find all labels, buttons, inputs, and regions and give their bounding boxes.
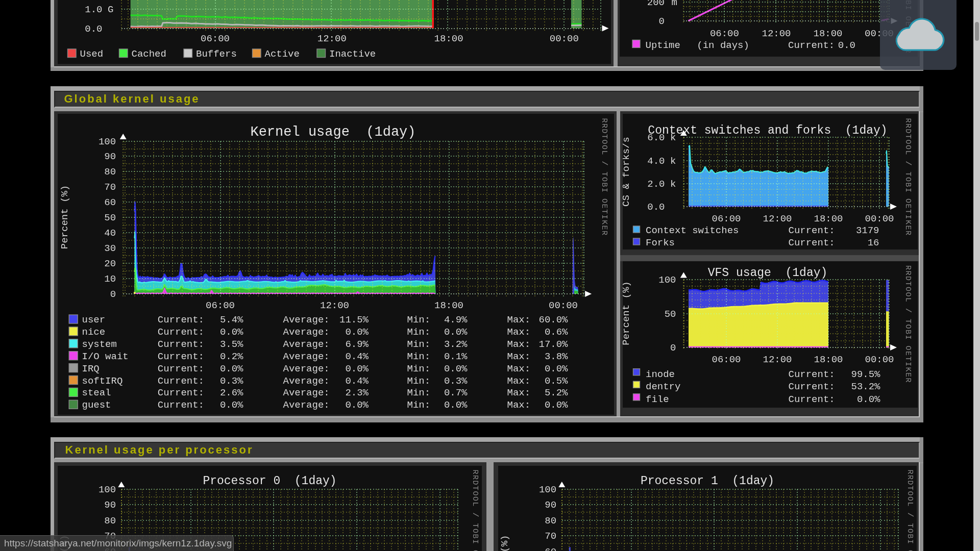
svg-text:2.0: 2.0 <box>647 178 665 189</box>
svg-text:Min:: Min: <box>407 338 430 349</box>
svg-text:Current:: Current: <box>157 338 204 349</box>
svg-text:100: 100 <box>658 274 676 286</box>
svg-text:0.0%: 0.0% <box>219 326 243 337</box>
svg-text:softIRQ: softIRQ <box>82 375 122 386</box>
svg-text:RRDTOOL / TOBI OETIKER: RRDTOOL / TOBI OETIKER <box>471 469 479 551</box>
svg-text:Used: Used <box>80 48 103 60</box>
svg-text:0.1%: 0.1% <box>444 350 467 362</box>
svg-text:IRQ: IRQ <box>82 363 99 374</box>
svg-text:Min:: Min: <box>407 314 430 325</box>
svg-text:Max:: Max: <box>507 326 530 337</box>
svg-text:70: 70 <box>545 531 556 542</box>
svg-text:0: 0 <box>110 289 115 300</box>
svg-text:50: 50 <box>104 212 116 223</box>
svg-text:Uptime: Uptime <box>646 40 680 51</box>
svg-text:80: 80 <box>104 515 116 526</box>
svg-text:90: 90 <box>104 151 116 162</box>
svg-text:Average:: Average: <box>283 350 329 362</box>
svg-text:99.5%: 99.5% <box>851 369 880 380</box>
svg-text:Current:: Current: <box>157 326 204 337</box>
svg-text:guest: guest <box>82 399 111 411</box>
svg-text:12:00: 12:00 <box>317 33 346 44</box>
svg-text:0.2%: 0.2% <box>219 350 243 362</box>
svg-text:06:00: 06:00 <box>710 28 739 39</box>
svg-text:0.0: 0.0 <box>838 40 855 51</box>
svg-text:0.0%: 0.0% <box>444 399 467 411</box>
svg-text:Cached: Cached <box>131 48 166 60</box>
svg-text:dentry: dentry <box>646 381 680 392</box>
svg-text:0: 0 <box>670 342 676 354</box>
svg-text:90: 90 <box>104 499 116 511</box>
svg-text:06:00: 06:00 <box>712 354 741 365</box>
svg-text:Context switches: Context switches <box>646 224 739 236</box>
svg-text:Current:: Current: <box>157 350 204 362</box>
svg-text:Kernel usage (1day): Kernel usage (1day) <box>250 124 415 139</box>
svg-text:0.4%: 0.4% <box>345 375 369 386</box>
svg-text:Forks: Forks <box>646 237 675 248</box>
svg-text:2.6%: 2.6% <box>219 387 243 398</box>
svg-text:Percent (%): Percent (%) <box>59 185 70 248</box>
svg-text:4.9%: 4.9% <box>444 314 467 325</box>
svg-text:0.0%: 0.0% <box>856 394 880 405</box>
svg-text:18:00: 18:00 <box>434 300 463 311</box>
svg-text:0.0%: 0.0% <box>444 363 467 374</box>
svg-text:Percent (%): Percent (%) <box>623 281 632 345</box>
svg-text:Average:: Average: <box>283 326 329 337</box>
svg-text:16: 16 <box>867 237 879 248</box>
svg-text:5.4%: 5.4% <box>219 314 243 325</box>
svg-text:Current:: Current: <box>788 224 835 236</box>
svg-text:nice: nice <box>82 326 105 337</box>
svg-text:Min:: Min: <box>407 375 430 386</box>
svg-text:12:00: 12:00 <box>762 28 791 39</box>
svg-text:3179: 3179 <box>855 224 879 236</box>
svg-text:Max:: Max: <box>507 375 530 386</box>
svg-text:0.7%: 0.7% <box>444 387 467 398</box>
svg-text:Processor 0 (1day): Processor 0 (1day) <box>203 474 336 488</box>
svg-text:0.0%: 0.0% <box>219 363 243 374</box>
svg-text:06:00: 06:00 <box>200 33 229 44</box>
svg-text:RRDTOOL / TOBI OETIKER: RRDTOOL / TOBI OETIKER <box>905 469 914 551</box>
svg-text:Average:: Average: <box>283 399 329 411</box>
svg-text:RRDTOOL / TOBI OETIKER: RRDTOOL / TOBI OETIKER <box>903 118 912 236</box>
svg-text:Average:: Average: <box>283 387 329 398</box>
svg-text:Average:: Average: <box>283 363 329 374</box>
svg-text:RRDTOOL / TOBI OETIKER: RRDTOOL / TOBI OETIKER <box>903 265 912 383</box>
svg-text:0.0%: 0.0% <box>444 326 467 337</box>
svg-text:00:00: 00:00 <box>549 33 578 44</box>
svg-text:100: 100 <box>98 136 115 147</box>
svg-text:Current:: Current: <box>788 394 835 405</box>
svg-text:0: 0 <box>659 16 665 27</box>
svg-text:00:00: 00:00 <box>865 354 894 365</box>
svg-text:200: 200 <box>647 0 665 8</box>
svg-text:17.0%: 17.0% <box>538 338 568 349</box>
svg-text:4.0: 4.0 <box>647 155 665 166</box>
svg-text:0.0%: 0.0% <box>345 363 369 374</box>
svg-text:10: 10 <box>104 273 116 285</box>
svg-text:I/O wait: I/O wait <box>82 350 128 362</box>
svg-text:user: user <box>82 314 105 325</box>
svg-text:Max:: Max: <box>507 387 530 398</box>
svg-text:60: 60 <box>104 197 116 208</box>
svg-text:18:00: 18:00 <box>434 33 463 44</box>
svg-text:1.0: 1.0 <box>85 4 102 15</box>
svg-text:Max:: Max: <box>507 399 530 411</box>
svg-text:(in days): (in days) <box>697 40 749 51</box>
svg-text:Average:: Average: <box>283 338 329 349</box>
svg-text:40: 40 <box>104 228 116 239</box>
svg-text:06:00: 06:00 <box>712 213 741 224</box>
svg-text:12:00: 12:00 <box>763 354 792 365</box>
svg-text:06:00: 06:00 <box>205 300 234 311</box>
svg-text:file: file <box>646 394 669 405</box>
svg-text:Current:: Current: <box>157 314 204 325</box>
svg-text:Min:: Min: <box>407 387 430 398</box>
svg-text:53.2%: 53.2% <box>851 381 880 392</box>
svg-text:80: 80 <box>104 166 116 178</box>
svg-text:6.9%: 6.9% <box>345 338 369 349</box>
svg-text:Inactive: Inactive <box>329 48 376 60</box>
svg-text:00:00: 00:00 <box>865 213 894 224</box>
svg-text:50: 50 <box>664 309 676 320</box>
svg-text:60: 60 <box>545 546 556 551</box>
svg-text:2.3%: 2.3% <box>345 387 369 398</box>
svg-text:Min:: Min: <box>407 350 430 362</box>
svg-text:90: 90 <box>545 499 556 511</box>
